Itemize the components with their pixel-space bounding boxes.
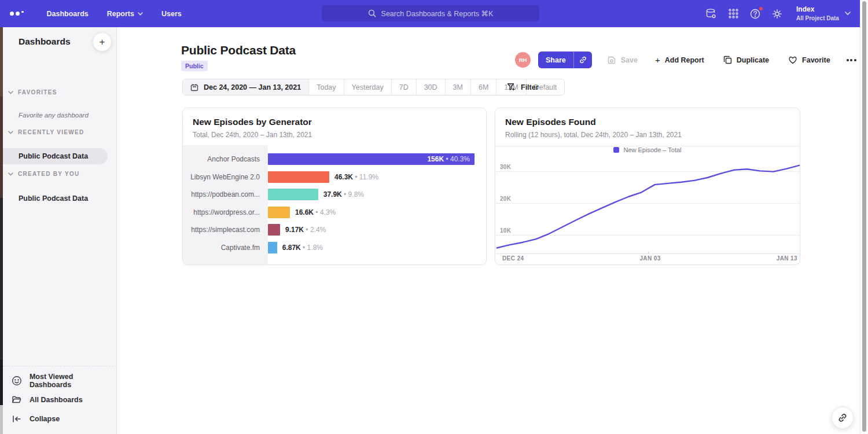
help-icon[interactable] (749, 8, 762, 20)
bar-category-label: https://simplecast.com (183, 226, 268, 234)
share-label: Share (546, 56, 566, 64)
bar-category-label: https://wordpress.or... (183, 208, 268, 216)
legend-label: New Episode – Total (623, 146, 681, 153)
chart-legend[interactable]: New Episode – Total (495, 146, 800, 153)
bar-row: https://simplecast.com9.17K • 2.4% (183, 221, 486, 239)
add-report-button[interactable]: + Add Report (655, 55, 704, 65)
logo-dot (16, 12, 20, 16)
settings-gear-icon[interactable] (771, 8, 784, 20)
favorite-button[interactable]: Favorite (788, 56, 830, 64)
scrollbar-thumb[interactable] (862, 1, 866, 432)
bar-segment[interactable]: 156K • 40.3% (268, 153, 475, 165)
global-search-input[interactable]: Search Dashboards & Reports ⌘K (322, 5, 539, 21)
project-subtitle: All Project Data (796, 14, 839, 22)
sidebar-item-label: Public Podcast Data (19, 152, 88, 160)
bar-segment[interactable] (268, 189, 318, 200)
card-new-episodes-by-generator: New Episodes by Generator Total, Dec 24t… (182, 108, 487, 265)
duplicate-button[interactable]: Duplicate (723, 56, 769, 64)
logo-dot (10, 12, 14, 16)
app-logo[interactable] (10, 11, 24, 17)
nav-dashboards-label: Dashboards (47, 10, 89, 18)
avatar[interactable]: RH (515, 52, 531, 68)
preset-today[interactable]: Today (309, 79, 344, 95)
card-header: New Episodes by Generator Total, Dec 24t… (183, 108, 486, 146)
share-split-button: Share (538, 52, 592, 68)
more-options-button[interactable] (847, 59, 856, 61)
preset-30d[interactable]: 30D (417, 79, 446, 95)
section-created-by-you-label: CREATED BY YOU (18, 171, 80, 177)
section-favorites[interactable]: FAVORITES (8, 89, 57, 95)
bar-segment[interactable] (268, 207, 290, 218)
chart-subtitle: Rolling (12 hours), total, Dec 24th, 202… (505, 131, 790, 139)
x-tick-jan13: JAN 13 (777, 255, 800, 262)
favorite-label: Favorite (802, 56, 830, 64)
line-series[interactable] (496, 158, 800, 254)
filter-label: Filter (521, 83, 539, 91)
share-button[interactable]: Share (538, 52, 574, 68)
date-range-label: Dec 24, 2020 — Jan 13, 2021 (204, 83, 301, 91)
nav-reports[interactable]: Reports (98, 0, 152, 27)
new-dashboard-button[interactable]: + (93, 32, 112, 52)
smiley-icon (12, 376, 22, 386)
collapse-sidebar-button[interactable]: Collapse (0, 409, 116, 428)
sidebar-title: Dashboards (19, 36, 71, 47)
save-label: Save (621, 56, 638, 64)
plus-icon: + (100, 36, 105, 48)
project-switcher[interactable]: Index All Project Data (796, 5, 851, 22)
bar-row: https://wordpress.or...16.6K • 4.3% (183, 204, 486, 222)
bar-chart: Anchor Podcasts156K • 40.3%Libsyn WebEng… (183, 145, 486, 264)
section-recently-viewed-label: RECENTLY VIEWED (18, 129, 84, 135)
save-button[interactable]: Save (607, 56, 638, 65)
bar-segment[interactable] (268, 242, 277, 253)
share-link-fab[interactable] (832, 407, 854, 429)
most-viewed-dashboards-button[interactable]: Most Viewed Dashboards (0, 371, 116, 390)
preset-3m[interactable]: 3M (446, 79, 471, 95)
dot (850, 59, 852, 61)
filter-funnel-icon (507, 83, 516, 91)
bar-track: 16.6K • 4.3% (268, 204, 486, 222)
plus-icon: + (655, 55, 660, 65)
data-sources-icon[interactable] (705, 8, 718, 20)
preset-7d[interactable]: 7D (392, 79, 417, 95)
bar-segment[interactable] (268, 224, 280, 236)
x-tick-jan03: JAN 03 (639, 255, 660, 262)
all-dashboards-button[interactable]: All Dashboards (0, 390, 116, 409)
left-edge-strip (0, 27, 3, 434)
header-actions: RH Share Save + Add Report Duplicate (515, 52, 856, 68)
bar-row: Libsyn WebEngine 2.046.3K • 11.9% (183, 168, 486, 186)
search-icon (368, 9, 376, 17)
page-scrollbar[interactable] (860, 0, 868, 434)
apps-grid-icon[interactable] (727, 8, 740, 20)
preset-6m[interactable]: 6M (471, 79, 496, 95)
most-viewed-label: Most Viewed Dashboards (30, 373, 116, 389)
section-recently-viewed[interactable]: RECENTLY VIEWED (8, 129, 84, 135)
nav-dashboards[interactable]: Dashboards (38, 0, 98, 27)
filter-button[interactable]: Filter (507, 79, 539, 95)
bar-segment[interactable] (268, 171, 329, 183)
chevron-down-icon (8, 91, 13, 94)
bar-track: 46.3K • 11.9% (268, 168, 486, 186)
bar-category-label: Libsyn WebEngine 2.0 (183, 173, 268, 181)
link-icon (837, 413, 848, 423)
date-range-button[interactable]: Dec 24, 2020 — Jan 13, 2021 (183, 79, 309, 95)
chevron-down-icon (138, 12, 143, 16)
chart-title[interactable]: New Episodes by Generator (193, 117, 476, 127)
chevron-down-icon (8, 131, 13, 134)
chart-title[interactable]: New Episodes Found (505, 117, 790, 127)
bar-category-label: Anchor Podcasts (183, 155, 268, 163)
save-icon (607, 56, 616, 65)
duplicate-label: Duplicate (737, 56, 769, 64)
sidebar-item-public-podcast-data[interactable]: Public Podcast Data (19, 194, 88, 203)
bar-value-label: 16.6K • 4.3% (295, 208, 336, 216)
sidebar-item-public-podcast-data-active[interactable]: Public Podcast Data (0, 148, 108, 164)
share-link-button[interactable] (574, 52, 592, 68)
folder-icon (12, 395, 22, 405)
section-created-by-you[interactable]: CREATED BY YOU (8, 171, 80, 177)
notification-badge (759, 6, 763, 11)
dot (854, 59, 856, 61)
preset-yesterday[interactable]: Yesterday (344, 79, 392, 95)
chevron-down-icon (8, 172, 13, 176)
link-icon (579, 56, 587, 64)
nav-users[interactable]: Users (152, 0, 191, 27)
nav-users-label: Users (161, 10, 182, 18)
